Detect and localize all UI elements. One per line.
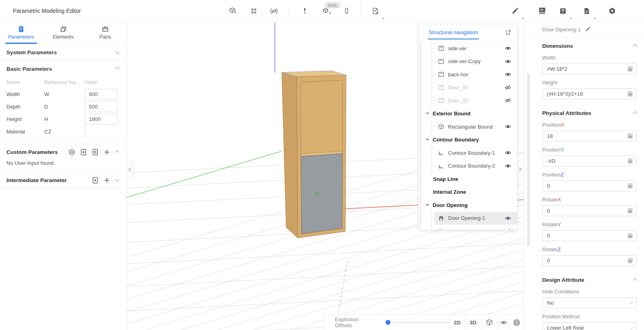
eye-off-icon[interactable]	[505, 229, 511, 230]
document-settings-icon[interactable]	[369, 5, 381, 16]
depth-value-input[interactable]	[85, 101, 118, 112]
help-icon[interactable]	[557, 5, 568, 16]
table-header-row: Name Reference Na... Value	[6, 77, 120, 88]
alert-button[interactable]	[510, 315, 523, 330]
tree-item-door-02[interactable]: Door_02	[419, 81, 517, 94]
tree-item-door-opening-1[interactable]: Door Opening-1	[419, 212, 517, 225]
eye-icon[interactable]	[505, 59, 511, 64]
plus-icon[interactable]	[103, 177, 110, 184]
position-y-input[interactable]: -#D	[542, 156, 637, 166]
modules-icon[interactable]	[248, 5, 259, 16]
file-star-icon[interactable]	[92, 177, 99, 184]
file-star-icon[interactable]	[80, 149, 87, 156]
width-formula-input[interactable]: #W-18*2	[542, 64, 637, 74]
props-scrollbar[interactable]	[527, 73, 530, 246]
physical-attributes-section-header[interactable]: Physical Attributes	[542, 105, 637, 121]
tree-item-back-hor[interactable]: back-hor	[419, 68, 517, 81]
view-3d-button[interactable]: 3D	[464, 315, 481, 330]
contour-icon	[438, 163, 444, 169]
height-formula-input[interactable]: (#H-18*3)/2+18	[542, 88, 637, 99]
tree-guide	[431, 94, 437, 107]
settings-nut-icon[interactable]	[607, 5, 618, 16]
model-structure-icon[interactable]	[227, 5, 239, 16]
open-in-new-icon[interactable]	[505, 29, 511, 35]
plus-icon[interactable]	[103, 149, 110, 156]
tree-item-side-ver[interactable]: side-ver	[419, 42, 517, 55]
slider-knob[interactable]	[386, 320, 390, 325]
cabinet-model[interactable]	[282, 71, 346, 238]
tree-item-contour-boundary-2[interactable]: Contour Boundary-2	[419, 160, 517, 173]
tree-group-exterior-bound[interactable]: Exterior Bound	[419, 107, 517, 121]
tab-elements[interactable]: Elements	[42, 22, 85, 44]
cube-view-button[interactable]	[481, 315, 497, 330]
collapse-arrow-icon[interactable]	[426, 139, 429, 141]
calculator-icon[interactable]	[627, 208, 633, 213]
basic-parameters-header[interactable]: Basic Parameters	[0, 61, 126, 77]
intermediate-parameter-section: Intermediate Parameter	[0, 172, 126, 189]
hide-conditions-select[interactable]: No	[542, 297, 637, 308]
design-attribute-section-header[interactable]: Design Attribute	[542, 271, 637, 288]
dimensions-section-header[interactable]: Dimensions	[542, 37, 637, 54]
chevron-up-icon[interactable]	[115, 149, 119, 156]
file-import-icon[interactable]	[92, 149, 99, 156]
document-icon[interactable]	[581, 5, 592, 16]
tab-parameters[interactable]: Parameters	[0, 22, 42, 44]
viewport-bottom-bar: Explosion Offsets 2D 3D	[323, 314, 523, 330]
calculator-icon[interactable]	[627, 91, 633, 96]
eye-off-icon[interactable]	[505, 98, 511, 103]
calculator-icon[interactable]	[627, 233, 633, 238]
position-z-input[interactable]: 0	[542, 180, 637, 191]
position-method-select[interactable]: Lower Left Rear	[542, 322, 637, 330]
props-collapse-handle[interactable]	[517, 160, 523, 178]
intermediate-parameter-header[interactable]: Intermediate Parameter	[0, 172, 126, 188]
selected-object-name: Door Opening-1	[542, 27, 581, 33]
plumb-pin-icon[interactable]	[299, 5, 310, 16]
rename-pencil-icon[interactable]	[585, 27, 590, 32]
view-2d-button[interactable]: 2D	[450, 315, 465, 330]
vertical-adjust-icon[interactable]	[341, 5, 352, 16]
viewport-3d[interactable]: Structural navigation side-ver side-ver-…	[127, 22, 523, 330]
monitor-activity-icon[interactable]	[537, 5, 548, 16]
tree-item-door-opening-1-copy[interactable]: Door Opening-1-Copy	[419, 225, 517, 230]
calculator-icon[interactable]	[627, 158, 633, 164]
chevron-down-icon[interactable]	[115, 177, 119, 184]
nav-panel-title-tab[interactable]: Structural navigation	[429, 29, 478, 35]
swap-parameters-icon[interactable]	[268, 5, 279, 16]
eye-icon[interactable]	[505, 72, 511, 77]
tree-item-side-ver-copy[interactable]: side-ver-Copy	[419, 55, 517, 68]
calculator-icon[interactable]	[627, 66, 633, 72]
visibility-button[interactable]	[497, 315, 510, 330]
collapse-arrow-icon[interactable]	[426, 113, 429, 115]
tree-item-contour-boundary-1[interactable]: Contour Boundary-1	[419, 146, 517, 160]
rotate-x-input[interactable]: 0	[542, 205, 637, 216]
tree-group-internal-zone[interactable]: Internal Zone	[419, 186, 517, 199]
eye-off-icon[interactable]	[505, 85, 511, 90]
calculator-icon[interactable]	[627, 133, 633, 139]
tab-parts[interactable]: Parts	[84, 22, 126, 44]
eye-icon[interactable]	[505, 216, 511, 221]
tree-group-contour-boundary[interactable]: Contour Boundary	[419, 133, 517, 147]
position-x-input[interactable]: 18	[542, 131, 637, 141]
eye-icon[interactable]	[505, 164, 511, 168]
system-parameters-header[interactable]: System Parameters	[0, 44, 126, 60]
eye-icon[interactable]	[505, 124, 511, 129]
material-swatch[interactable]	[85, 125, 86, 139]
rotate-z-input[interactable]: 0	[542, 255, 637, 266]
width-value-input[interactable]	[85, 89, 118, 100]
collapse-arrow-icon[interactable]	[426, 204, 429, 206]
calculator-icon[interactable]	[627, 258, 633, 263]
tree-group-snap-line[interactable]: Snap Line	[419, 172, 517, 186]
explosion-offsets-slider[interactable]	[386, 322, 450, 323]
eye-icon[interactable]	[505, 46, 511, 51]
selected-option: Lower Left Rear	[547, 325, 630, 330]
calculator-icon[interactable]	[627, 183, 633, 189]
tree-item-rectangular-bound[interactable]: Rectangular Bound	[419, 120, 517, 133]
tree-group-door-opening[interactable]: Door Opening	[419, 199, 517, 212]
eye-icon[interactable]	[505, 150, 511, 155]
edit-pencil-icon[interactable]	[509, 5, 520, 16]
height-value-input[interactable]	[85, 114, 118, 125]
hexagon-target-icon[interactable]	[68, 149, 75, 156]
tree-item-door-02[interactable]: Door_02	[419, 94, 517, 107]
custom-parameters-header[interactable]: Custom Parameters	[0, 144, 126, 160]
rotate-y-input[interactable]: 0	[542, 230, 637, 241]
